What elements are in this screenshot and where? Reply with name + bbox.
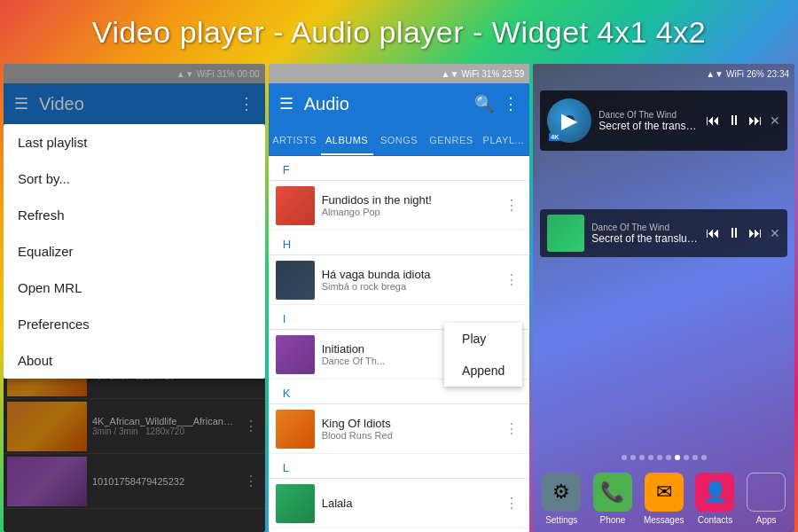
spacer (533, 158, 794, 202)
prev-button[interactable]: ⏮ (706, 113, 720, 129)
context-menu-play[interactable]: Play (444, 323, 522, 355)
widget-song-name: Secret of the translucent fox (598, 120, 699, 132)
audio-info: Lalala (315, 497, 502, 510)
video-screen: ▲▼ WiFi 31% 00:00 ☰ Video ⋮ Last playlis… (4, 64, 265, 532)
widget-status-bar: ▲▼ WiFi 26% 23:34 (533, 64, 794, 83)
menu-last-playlist[interactable]: Last playlist (4, 124, 265, 160)
list-item[interactable]: Há vaga bunda idiota Simbá o rock brega … (269, 255, 530, 305)
list-item[interactable]: King Of Idiots Blood Runs Red ⋮ (269, 404, 530, 454)
app-settings[interactable]: ⚙ Settings (538, 473, 584, 525)
widget-small-inner: Dance Of The Wind Secret of the transluc… (547, 215, 780, 252)
audio-more-icon[interactable]: ⋮ (501, 491, 522, 515)
widget-large: ▶ 4K Dance Of The Wind Secret of the tra… (540, 90, 787, 151)
page-dot (701, 455, 707, 460)
title-bar: Video player - Audio player - Widget 4x1… (0, 0, 798, 64)
album-art (276, 186, 315, 225)
page-dot (692, 455, 698, 460)
tab-playlists[interactable]: PLAYL... (477, 124, 529, 155)
widget-controls: ⏮ ⏸ ⏭ ✕ (706, 113, 780, 129)
page-dot (657, 455, 662, 460)
album-art (276, 261, 315, 300)
menu-preferences[interactable]: Preferences (4, 306, 265, 342)
audio-more-icon[interactable]: ⋮ (501, 193, 522, 217)
menu-sort-by[interactable]: Sort by... (4, 160, 265, 197)
pause-button[interactable]: ⏸ (727, 113, 741, 129)
section-header-h: H (269, 231, 530, 255)
app-contacts[interactable]: 👤 Contacts (692, 473, 738, 525)
app-label: Phone (599, 515, 625, 525)
app-label: Contacts (698, 515, 732, 525)
audio-list: F Fundidos in the night! Almango Pop ⋮ H… (269, 156, 530, 532)
tab-albums[interactable]: ALBUMS (321, 124, 373, 155)
audio-artist: Blood Runs Red (322, 430, 495, 441)
audio-item-wrapper: Initiation Dance Of Th... ⋮ Play Append (269, 330, 530, 379)
audio-more-icon[interactable]: ⋮ (501, 268, 522, 292)
page-dot (639, 455, 645, 460)
audio-info: Há vaga bunda idiota Simbá o rock brega (315, 268, 502, 292)
screens-container: ▲▼ WiFi 31% 00:00 ☰ Video ⋮ Last playlis… (0, 64, 798, 532)
widget-small-name: Secret of the translucent fox (591, 232, 699, 245)
audio-app-bar: ☰ Audio 🔍 ⋮ (269, 83, 530, 124)
widget-screen: ▲▼ WiFi 26% 23:34 ▶ 4K Dance Of The Wind… (533, 64, 794, 532)
widget-small: Dance Of The Wind Secret of the transluc… (540, 209, 787, 257)
audio-status-icons: ▲▼ WiFi 31% 23:59 (442, 69, 525, 79)
widget-status-icons: ▲▼ WiFi 26% 23:34 (706, 69, 789, 79)
list-item[interactable]: Lalala ⋮ (269, 479, 530, 528)
tab-artists[interactable]: ARTISTS (269, 124, 321, 155)
time-display: 23:59 (502, 69, 524, 79)
page-title: Video player - Audio player - Widget 4x1… (92, 15, 706, 50)
menu-icon[interactable]: ☰ (279, 94, 293, 113)
page-dot (648, 455, 653, 460)
widget-small-controls: ⏮ ⏸ ⏭ ✕ (706, 225, 780, 241)
dropdown-menu: Last playlist Sort by... Refresh Equaliz… (4, 124, 265, 379)
album-art (276, 335, 315, 374)
search-icon[interactable]: 🔍 (474, 94, 494, 113)
page-indicators (533, 450, 794, 466)
widget-large-inner: ▶ 4K Dance Of The Wind Secret of the tra… (547, 96, 780, 145)
page-dot (630, 455, 636, 460)
next-button[interactable]: ⏭ (748, 225, 763, 241)
messages-icon: ✉ (645, 473, 684, 512)
audio-name: Lalala (322, 497, 495, 510)
phone-icon: 📞 (593, 473, 632, 512)
audio-more-icon[interactable]: ⋮ (501, 417, 522, 441)
section-header-f: F (269, 156, 530, 181)
app-phone[interactable]: 📞 Phone (590, 473, 636, 525)
audio-actions: 🔍 ⋮ (474, 94, 519, 113)
time-display: 23:34 (767, 69, 789, 79)
menu-equalizer[interactable]: Equalizer (4, 233, 265, 270)
tab-genres[interactable]: GENRES (425, 124, 477, 155)
page-dot (684, 455, 689, 460)
list-item[interactable]: Fundidos in the night! Almango Pop ⋮ (269, 181, 530, 231)
context-menu-append[interactable]: Append (444, 355, 522, 387)
page-dot-active (675, 455, 680, 460)
menu-refresh[interactable]: Refresh (4, 197, 265, 233)
context-menu: Play Append (444, 323, 522, 387)
more-icon[interactable]: ⋮ (503, 94, 519, 113)
wifi-icon: WiFi (726, 69, 744, 79)
album-art (276, 410, 315, 449)
app-messages[interactable]: ✉ Messages (641, 473, 687, 525)
widget-song-title: Dance Of The Wind (598, 110, 699, 120)
audio-name: Há vaga bunda idiota (322, 268, 495, 281)
audio-title: Audio (304, 94, 465, 114)
widget-small-title: Dance Of The Wind (591, 223, 699, 232)
app-label: Settings (545, 515, 577, 525)
menu-about[interactable]: About (4, 342, 265, 379)
audio-status-bar: ▲▼ WiFi 31% 23:59 (269, 64, 530, 83)
audio-artist: Almango Pop (322, 207, 495, 217)
menu-open-mrl[interactable]: Open MRL (4, 270, 265, 306)
section-header-l: L (269, 454, 530, 479)
audio-name: King Of Idiots (322, 417, 495, 430)
tab-songs[interactable]: SONGS (373, 124, 426, 155)
pause-button[interactable]: ⏸ (727, 225, 741, 241)
audio-name: Fundidos in the night! (322, 193, 495, 207)
audio-screen: ▲▼ WiFi 31% 23:59 ☰ Audio 🔍 ⋮ ARTISTS AL… (269, 64, 530, 532)
close-button[interactable]: ✕ (770, 226, 780, 240)
next-button[interactable]: ⏭ (748, 113, 763, 129)
close-button[interactable]: ✕ (770, 113, 780, 128)
prev-button[interactable]: ⏮ (706, 225, 720, 241)
audio-artist: Simbá o rock brega (322, 281, 495, 292)
battery-icon: 26% (747, 69, 764, 79)
app-apps[interactable]: Apps (743, 473, 789, 525)
